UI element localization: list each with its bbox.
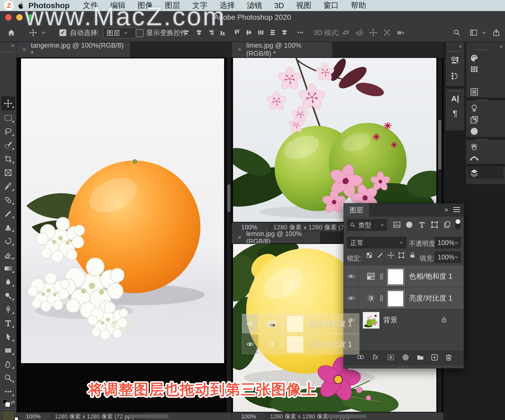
3d-camera-button[interactable] — [397, 29, 405, 37]
tool-move[interactable] — [0, 97, 16, 110]
foreground-color-swatch[interactable] — [2, 410, 15, 420]
panel-icon-learn[interactable] — [468, 103, 480, 113]
tab-lemon[interactable]: × lemon.jpg @ 100%(RGB/8) — [232, 232, 320, 243]
distribute-spacing-button[interactable] — [281, 29, 288, 36]
blend-mode-dropdown[interactable]: 正常 — [347, 237, 406, 248]
tab-tangerine[interactable]: × tangerine.jpg @ 100%(RGB/8) * — [16, 42, 130, 57]
zoom-window-button[interactable] — [27, 14, 34, 21]
align-vertical-centers-button[interactable] — [245, 29, 252, 36]
menu-help[interactable]: 帮助 — [351, 0, 366, 11]
tool-eraser[interactable] — [0, 248, 16, 262]
panel-icon-color[interactable] — [468, 53, 480, 63]
search-icon[interactable] — [453, 29, 461, 37]
align-options-button[interactable] — [297, 29, 304, 36]
tool-pen[interactable] — [0, 303, 16, 316]
layer-thumbnail[interactable] — [363, 312, 380, 329]
lock-position-icon[interactable] — [387, 252, 394, 259]
move-tool-preset-icon[interactable] — [29, 29, 37, 36]
expand-tools-icon[interactable]: » — [11, 42, 14, 49]
align-right-edges-button[interactable] — [207, 29, 214, 36]
lemon-hscrollbar[interactable] — [327, 414, 367, 418]
visibility-toggle[interactable] — [344, 287, 359, 309]
panel-icon-swatches[interactable] — [468, 64, 480, 74]
tool-eyedropper[interactable] — [0, 179, 16, 193]
layer-name[interactable]: 色相/饱和度 1 — [409, 266, 452, 287]
minimize-window-button[interactable] — [16, 14, 23, 21]
tool-zoom[interactable] — [0, 371, 16, 385]
tool-brush[interactable] — [0, 207, 16, 221]
delete-layer-button[interactable] — [445, 353, 453, 361]
3d-roll-button[interactable] — [356, 29, 363, 37]
align-horizontal-centers-button[interactable] — [195, 29, 203, 36]
close-icon[interactable]: × — [22, 46, 26, 54]
layer-row-background[interactable]: 背景 — [344, 309, 464, 331]
panel-icon-properties[interactable] — [449, 55, 461, 66]
panel-collapse-icon[interactable]: » — [445, 206, 447, 214]
edit-toolbar-button[interactable] — [0, 385, 16, 398]
auto-select-checkbox[interactable]: ✓ — [59, 29, 66, 36]
layer-name[interactable]: 背景 — [383, 309, 397, 331]
apple-menu-icon[interactable] — [17, 2, 24, 9]
preset-chevron-icon[interactable] — [42, 32, 46, 34]
limes-vscrollbar[interactable] — [438, 57, 442, 222]
tool-gradient[interactable] — [0, 262, 16, 275]
tool-blur[interactable] — [0, 275, 16, 289]
menu-view[interactable]: 视图 — [296, 0, 311, 11]
tangerine-canvas[interactable] — [16, 57, 231, 412]
lock-artboard-icon[interactable] — [398, 252, 405, 259]
new-adjustment-layer-button[interactable] — [402, 353, 410, 361]
home-button[interactable] — [7, 29, 15, 37]
panel-icon-adjustments[interactable] — [468, 126, 480, 137]
close-icon[interactable]: × — [238, 46, 241, 54]
limes-canvas[interactable] — [232, 57, 443, 222]
opacity-dropdown[interactable]: 100% — [435, 237, 461, 248]
layer-style-button[interactable]: fx — [373, 353, 378, 361]
panel-icon-layers[interactable] — [468, 168, 480, 178]
close-icon[interactable]: × — [238, 233, 241, 242]
menu-layer[interactable]: 图层 — [165, 0, 180, 11]
layer-mask-thumbnail[interactable] — [387, 268, 404, 286]
tangerine-hscrollbar[interactable] — [129, 414, 169, 418]
menu-photoshop[interactable]: Photoshop — [28, 1, 70, 10]
panel-icon-history[interactable] — [449, 71, 461, 81]
tab-limes[interactable]: × limes.jpg @ 100%(RGB/8) * — [232, 42, 332, 57]
menu-edit[interactable]: 编辑 — [110, 0, 125, 11]
align-left-edges-button[interactable] — [184, 29, 191, 36]
filter-toggle-switch[interactable] — [455, 219, 461, 230]
zoom-level[interactable]: 100% — [241, 413, 256, 420]
fill-dropdown[interactable]: 100% — [435, 251, 461, 263]
layer-row-brightness-contrast[interactable]: 亮度/对比度 1 — [344, 287, 464, 309]
layer-row-hue-saturation[interactable]: 色相/饱和度 1 — [344, 266, 464, 287]
layer-name[interactable]: 亮度/对比度 1 — [409, 287, 452, 309]
3d-slide-button[interactable] — [383, 29, 391, 37]
tool-crop[interactable] — [0, 152, 16, 166]
tool-path-selection[interactable] — [0, 330, 16, 344]
tool-lasso[interactable] — [0, 125, 16, 138]
align-bottom-edges-button[interactable] — [219, 29, 226, 36]
panel-icon-paths[interactable] — [468, 153, 480, 163]
tool-hand[interactable] — [0, 357, 16, 371]
collapse-panels-icon[interactable]: « — [459, 43, 462, 50]
swap-colors-icon[interactable]: ⇄ — [11, 399, 15, 405]
tool-rectangular-marquee[interactable] — [0, 111, 16, 125]
lock-image-pixels-icon[interactable] — [377, 252, 384, 259]
visibility-toggle[interactable] — [344, 266, 359, 287]
tool-rectangle-shape[interactable] — [0, 344, 16, 357]
tool-dodge[interactable] — [0, 289, 16, 303]
share-button[interactable] — [492, 29, 500, 37]
distribute-horizontal-button[interactable] — [257, 29, 264, 36]
align-top-edges-button[interactable] — [234, 29, 241, 36]
tangerine-vscrollbar[interactable] — [227, 57, 231, 412]
new-layer-button[interactable] — [431, 353, 438, 361]
workspace-chevron-icon[interactable] — [482, 32, 486, 34]
filter-type-layers-icon[interactable] — [418, 221, 426, 229]
lock-all-icon[interactable] — [409, 252, 416, 259]
3d-pan-button[interactable] — [369, 29, 377, 37]
filter-smart-objects-icon[interactable] — [443, 221, 451, 229]
layer-mask-thumbnail[interactable] — [387, 290, 404, 307]
zoom-level[interactable]: 100% — [26, 413, 41, 420]
tool-frame[interactable] — [0, 166, 16, 179]
workspace-switcher-button[interactable] — [470, 29, 478, 37]
link-layers-button[interactable] — [356, 354, 365, 360]
filter-shape-layers-icon[interactable] — [431, 221, 438, 229]
